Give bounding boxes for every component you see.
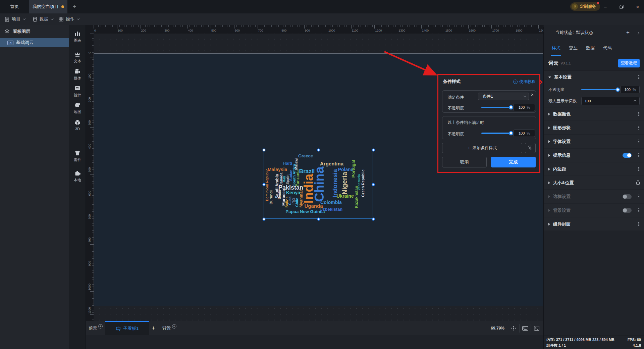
- panel-tab-样式[interactable]: 样式: [551, 43, 561, 53]
- layer-item[interactable]: TXT基础词云: [0, 38, 69, 47]
- section-menu-icon[interactable]: [638, 75, 640, 79]
- selection-handle[interactable]: [372, 149, 375, 152]
- minimize-button[interactable]: −: [598, 0, 613, 13]
- widget-local[interactable]: 本地: [69, 170, 86, 183]
- widget-kit[interactable]: 套件: [69, 150, 86, 162]
- view-tutorial-button[interactable]: 查看教程: [618, 59, 640, 67]
- section-shape[interactable]: 图形形状: [544, 121, 644, 134]
- condition-select[interactable]: 条件1: [478, 93, 529, 100]
- section-padding[interactable]: 内边距: [544, 162, 644, 176]
- menu-project-label: 项目: [12, 16, 20, 22]
- widget-chart[interactable]: 图表: [69, 30, 86, 43]
- section-menu-icon[interactable]: [638, 153, 640, 157]
- selection-handle[interactable]: [317, 149, 320, 152]
- max-words-input[interactable]: 100: [581, 97, 640, 105]
- menu-data-label: 数据: [40, 16, 48, 22]
- toggle-border[interactable]: [623, 194, 632, 199]
- selection-handle[interactable]: [263, 183, 266, 186]
- opacity-value-box[interactable]: 100 %: [621, 86, 640, 93]
- else-group: 以上条件均不满足时 不透明度 100 %: [442, 116, 536, 139]
- selection-handle[interactable]: [372, 218, 375, 221]
- toggle-tooltip[interactable]: [623, 153, 632, 158]
- panel-tab-代码[interactable]: 代码: [602, 43, 612, 53]
- selection-handle[interactable]: [263, 149, 266, 152]
- widget-media[interactable]: 媒体: [69, 68, 86, 81]
- panel-tab-交互[interactable]: 交互: [568, 43, 578, 53]
- new-tab-button[interactable]: +: [70, 3, 78, 11]
- section-font[interactable]: 字体设置: [544, 135, 644, 148]
- section-size-position[interactable]: 大小&位置: [544, 176, 644, 189]
- slider-thumb[interactable]: [509, 105, 513, 110]
- section-data-color[interactable]: 数据颜色: [544, 107, 644, 120]
- section-menu-icon[interactable]: [638, 195, 640, 199]
- section-label: 背景设置: [553, 207, 571, 213]
- section-basic[interactable]: 基本设置: [544, 70, 644, 84]
- section-menu-icon[interactable]: [638, 222, 640, 226]
- restore-button[interactable]: [614, 0, 629, 13]
- section-menu-icon[interactable]: [638, 167, 640, 171]
- background-tab[interactable]: 背景 +: [162, 321, 176, 335]
- add-board-button[interactable]: +: [152, 321, 155, 335]
- add-condition-label: 添加条件样式: [473, 145, 497, 151]
- section-menu-icon[interactable]: [638, 208, 640, 212]
- slider-thumb[interactable]: [615, 88, 620, 92]
- expand-states-button[interactable]: [637, 30, 639, 35]
- close-button[interactable]: ×: [630, 0, 644, 13]
- add-condition-button[interactable]: + 添加条件样式: [442, 143, 522, 153]
- filter-condition-button[interactable]: [525, 143, 536, 153]
- opacity-slider[interactable]: [581, 89, 618, 90]
- widget-map[interactable]: 地图: [69, 102, 86, 114]
- remove-condition-button[interactable]: ×: [531, 92, 534, 97]
- else-opacity-value-box[interactable]: 100 %: [514, 130, 535, 137]
- subboard-tab[interactable]: 子看板1: [105, 321, 149, 335]
- panel-tab-数据[interactable]: 数据: [585, 43, 595, 53]
- selection-handle[interactable]: [263, 218, 266, 221]
- widget-cube[interactable]: 3D: [69, 119, 86, 131]
- menu-project[interactable]: 项目: [0, 13, 30, 25]
- tab-home[interactable]: 首页: [0, 0, 29, 13]
- section-menu-icon[interactable]: [638, 126, 640, 130]
- dialog-opacity-unit: %: [527, 105, 530, 109]
- selection-handle[interactable]: [372, 183, 375, 186]
- dialog-opacity-slider[interactable]: [481, 107, 511, 108]
- done-button[interactable]: 完成: [491, 157, 536, 167]
- section-cover[interactable]: 组件封面: [544, 217, 644, 231]
- menu-operations[interactable]: 操作: [54, 13, 84, 25]
- add-state-button[interactable]: +: [626, 29, 630, 36]
- shortcut-keys-button[interactable]: [519, 324, 531, 333]
- dialog-opacity-value-box[interactable]: 100 %: [514, 104, 535, 111]
- layers-list: TXT基础词云: [0, 38, 69, 47]
- dialog-opacity-label: 不透明度: [448, 105, 464, 111]
- tab-project[interactable]: 我的空白项目: [29, 0, 67, 13]
- widget-control[interactable]: 控件: [69, 85, 86, 98]
- section-background[interactable]: 背景设置: [544, 204, 644, 217]
- else-opacity-slider[interactable]: [481, 133, 511, 134]
- section-label: 提示信息: [553, 152, 571, 158]
- lock-icon[interactable]: [636, 180, 640, 186]
- tutorial-link[interactable]: ? 使用教程: [513, 79, 535, 85]
- foreground-tab[interactable]: 前景 +: [89, 321, 103, 335]
- section-label: 基本设置: [554, 74, 572, 80]
- add-foreground-icon[interactable]: +: [98, 324, 103, 329]
- selection-handle[interactable]: [317, 218, 320, 221]
- toggle-background[interactable]: [623, 208, 632, 213]
- stepper-up-icon[interactable]: [634, 100, 636, 102]
- add-background-icon[interactable]: +: [172, 324, 176, 329]
- else-label: 以上条件均不满足时: [448, 120, 484, 126]
- console-button[interactable]: [531, 324, 542, 333]
- section-border[interactable]: 边框设置: [544, 190, 644, 203]
- selection-box[interactable]: [264, 150, 373, 219]
- section-menu-icon[interactable]: [638, 140, 640, 144]
- slider-thumb[interactable]: [509, 131, 513, 136]
- add-board-label: +: [152, 325, 155, 332]
- help-icon: ?: [513, 80, 518, 84]
- ruler-label: 0: [94, 29, 96, 32]
- widget-text[interactable]: 文本: [69, 51, 86, 64]
- cancel-button[interactable]: 取消: [442, 157, 487, 167]
- section-tooltip[interactable]: 提示信息: [544, 149, 644, 162]
- menu-data[interactable]: 数据: [28, 13, 57, 25]
- zoom-level[interactable]: 69.79%: [487, 326, 508, 331]
- custom-service-badge[interactable]: 定制服务: [570, 2, 600, 11]
- fit-screen-button[interactable]: [508, 324, 519, 333]
- section-menu-icon[interactable]: [638, 112, 640, 116]
